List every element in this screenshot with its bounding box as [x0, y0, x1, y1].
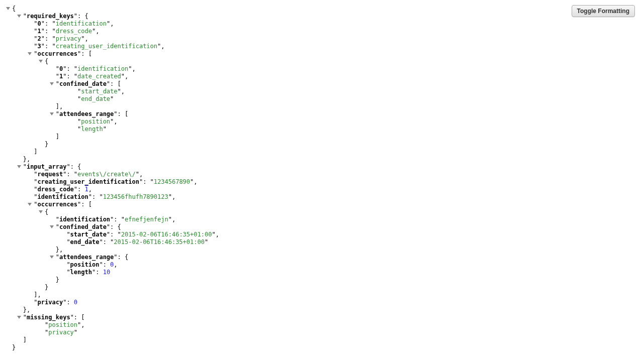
- json-line: "identification": "efnefjenfejn",: [6, 216, 635, 223]
- json-line: "1": "dress_code",: [6, 28, 635, 35]
- json-line: "required_keys": {: [6, 13, 635, 20]
- toggle-arrow-icon[interactable]: [50, 82, 54, 85]
- json-line: "1": "date_created",: [6, 73, 635, 80]
- json-line: ],: [6, 291, 635, 299]
- json-line: "occurrences": [: [6, 50, 635, 58]
- json-line: "request": "events\/create\/",: [6, 171, 635, 178]
- toggle-arrow-icon[interactable]: [6, 7, 10, 10]
- json-line: },: [6, 306, 635, 314]
- json-line: "attendees_range": [: [6, 110, 635, 118]
- toggle-arrow-icon[interactable]: [50, 256, 54, 259]
- toggle-arrow-icon[interactable]: [39, 60, 43, 63]
- toggle-arrow-icon[interactable]: [28, 203, 32, 206]
- toggle-arrow-icon[interactable]: [28, 52, 32, 55]
- json-line: "confined_date": {: [6, 223, 635, 231]
- json-line: ],: [6, 103, 635, 110]
- json-line: "start_date",: [6, 88, 635, 95]
- json-line: "position",: [6, 118, 635, 126]
- json-line: }: [6, 284, 635, 291]
- json-line: {: [6, 5, 635, 13]
- json-line: },: [6, 156, 635, 163]
- json-line: {: [6, 208, 635, 216]
- json-line: "0": "identification",: [6, 65, 635, 73]
- toggle-arrow-icon[interactable]: [50, 225, 54, 228]
- toggle-arrow-icon[interactable]: [39, 210, 43, 213]
- json-line: "creating_user_identification": "1234567…: [6, 178, 635, 186]
- json-line: "end_date": "2015-02-06T16:46:35+01:00": [6, 238, 635, 246]
- json-line: "attendees_range": {: [6, 254, 635, 261]
- json-line: "dress_code": 1,: [6, 186, 635, 193]
- json-line: "input_array": {: [6, 163, 635, 171]
- json-line: "length": [6, 126, 635, 133]
- json-line: "missing_keys": [: [6, 314, 635, 321]
- json-line: "length": 10: [6, 269, 635, 276]
- toggle-formatting-button[interactable]: Toggle Formatting: [572, 5, 635, 17]
- json-line: },: [6, 246, 635, 254]
- json-line: }: [6, 141, 635, 148]
- toggle-arrow-icon[interactable]: [17, 165, 21, 168]
- json-line: }: [6, 276, 635, 284]
- json-line: "occurrences": [: [6, 201, 635, 208]
- json-line: }: [6, 344, 635, 351]
- json-line: "confined_date": [: [6, 80, 635, 88]
- json-line: "2": "privacy",: [6, 35, 635, 43]
- json-tree: { "required_keys": { "0": "identificatio…: [6, 5, 635, 351]
- json-line: "3": "creating_user_identification",: [6, 43, 635, 50]
- json-line: {: [6, 58, 635, 65]
- json-line: "start_date": "2015-02-06T16:46:35+01:00…: [6, 231, 635, 238]
- json-line: "0": "identification",: [6, 20, 635, 28]
- json-line: ]: [6, 148, 635, 156]
- json-line: "identification": "123456fhufh7890123",: [6, 193, 635, 201]
- json-line: ]: [6, 336, 635, 344]
- json-line: "position",: [6, 321, 635, 329]
- json-line: "privacy": [6, 329, 635, 336]
- toggle-arrow-icon[interactable]: [50, 112, 54, 115]
- toggle-arrow-icon[interactable]: [17, 15, 21, 18]
- json-line: ]: [6, 133, 635, 141]
- toggle-arrow-icon[interactable]: [17, 316, 21, 319]
- json-line: "end_date": [6, 95, 635, 103]
- json-line: "position": 0,: [6, 261, 635, 269]
- json-line: "privacy": 0: [6, 299, 635, 306]
